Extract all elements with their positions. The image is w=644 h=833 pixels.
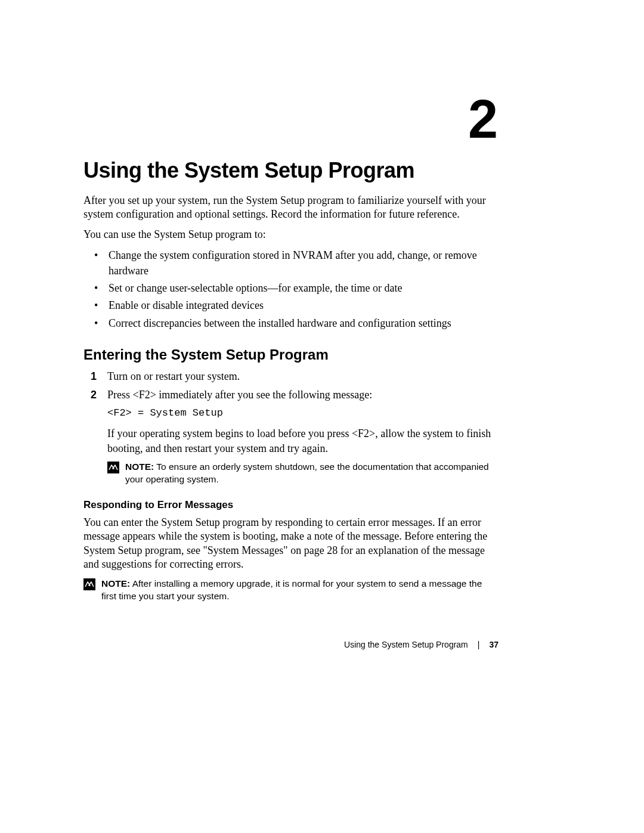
- bullet-item: Set or change user-selectable options—fo…: [101, 280, 498, 296]
- code-block: <F2> = System Setup: [107, 406, 498, 420]
- step-item: Press <F2> immediately after you see the…: [107, 388, 498, 486]
- note-text: NOTE: After installing a memory upgrade,…: [101, 578, 498, 603]
- footer-title: Using the System Setup Program: [344, 640, 468, 649]
- error-paragraph: You can enter the System Setup program b…: [83, 516, 498, 572]
- chapter-number: 2: [468, 92, 498, 146]
- subsection-heading: Responding to Error Messages: [83, 499, 498, 511]
- bullet-item: Change the system configuration stored i…: [101, 247, 498, 278]
- note-content: To ensure an orderly system shutdown, se…: [125, 462, 489, 484]
- section-heading: Entering the System Setup Program: [83, 346, 498, 363]
- steps-list: Turn on or restart your system. Press <F…: [83, 369, 498, 486]
- page-footer: Using the System Setup Program | 37: [344, 640, 499, 649]
- step-item: Turn on or restart your system.: [107, 369, 498, 384]
- step-text: Turn on or restart your system.: [107, 370, 240, 382]
- note-text: NOTE: To ensure an orderly system shutdo…: [125, 461, 498, 486]
- page-number: 37: [489, 640, 499, 649]
- note-icon: [107, 462, 119, 473]
- footer-separator: |: [478, 640, 480, 649]
- intro-paragraph-2: You can use the System Setup program to:: [83, 228, 498, 241]
- intro-paragraph-1: After you set up your system, run the Sy…: [83, 194, 498, 222]
- note-block: NOTE: To ensure an orderly system shutdo…: [107, 461, 498, 486]
- bullet-item: Correct discrepancies between the instal…: [101, 315, 498, 331]
- page-title: Using the System Setup Program: [83, 158, 498, 183]
- bullet-item: Enable or disable integrated devices: [101, 298, 498, 313]
- note-label: NOTE:: [101, 578, 130, 589]
- document-page: 2 Using the System Setup Program After y…: [0, 0, 644, 833]
- step-lead: Press <F2> immediately after you see the…: [107, 389, 372, 401]
- step-followup: If your operating system begins to load …: [107, 426, 498, 456]
- note-icon: [83, 578, 95, 590]
- bullet-list: Change the system configuration stored i…: [83, 247, 498, 330]
- note-label: NOTE:: [125, 462, 154, 472]
- note-content: After installing a memory upgrade, it is…: [101, 578, 482, 601]
- note-block: NOTE: After installing a memory upgrade,…: [83, 578, 498, 603]
